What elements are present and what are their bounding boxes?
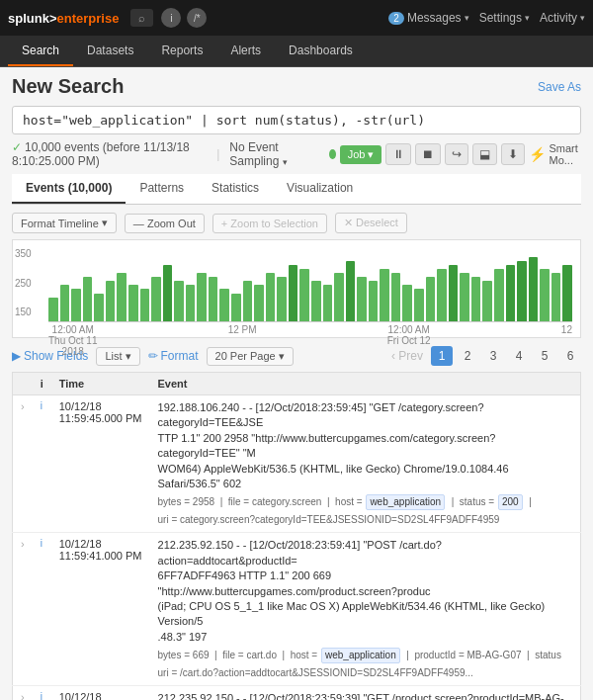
second-navigation: Search Datasets Reports Alerts Dashboard… <box>0 36 593 67</box>
chart-bar <box>391 273 401 321</box>
chart-bar <box>243 281 253 321</box>
share-button[interactable]: ↪ <box>445 143 468 165</box>
nav-tab-search[interactable]: Search <box>8 36 73 66</box>
stop-button[interactable]: ⏹ <box>415 143 441 165</box>
result-tabs: Events (10,000) Patterns Statistics Visu… <box>12 174 581 205</box>
deselect-button[interactable]: ✕ Deselect <box>335 213 407 233</box>
activity-menu[interactable]: Activity ▾ <box>540 11 585 25</box>
chart-bar <box>174 281 184 321</box>
row-expand[interactable]: › <box>13 395 33 533</box>
chart-bar <box>277 277 287 321</box>
table-row: › i 10/12/1811:59:39.000 PM 212.235.92.1… <box>13 686 581 700</box>
zoom-selection-button[interactable]: + Zoom to Selection <box>212 214 327 233</box>
chart-bars[interactable] <box>48 248 572 322</box>
zoom-out-button[interactable]: — Zoom Out <box>125 214 205 233</box>
col-event[interactable]: Event <box>150 373 581 395</box>
chart-bar <box>323 285 333 321</box>
nav-tab-datasets[interactable]: Datasets <box>73 36 147 66</box>
chart-bar <box>551 273 561 321</box>
x-axis-labels: 12:00 AMThu Oct 112018 12 PM 12:00 AMFri… <box>48 322 572 357</box>
chart-bar <box>299 269 309 321</box>
chart-bar <box>517 261 527 321</box>
chart-bar <box>346 261 356 321</box>
page-header: New Search Save As <box>12 75 581 98</box>
chart-bar <box>402 285 412 321</box>
chart-bar <box>506 265 516 321</box>
chart-bar <box>163 265 173 321</box>
chart-bar <box>529 257 539 321</box>
row-time: 10/12/1811:59:45.000 PM <box>51 395 150 533</box>
chart-bar <box>117 273 127 321</box>
bookmark-icon[interactable]: /* <box>187 8 207 28</box>
chart-bar <box>449 265 459 321</box>
pause-button[interactable]: ⏸ <box>385 143 411 165</box>
chart-bar <box>289 265 298 321</box>
save-button[interactable]: ⬇ <box>501 143 525 165</box>
row-event: 192.188.106.240 - - [12/Oct/2018:23:59:4… <box>150 395 581 533</box>
chart-bar <box>494 269 504 321</box>
top-navigation: splunk>enterprise ⌕ i /* 2 Messages ▾ Se… <box>0 0 593 36</box>
col-expand <box>13 373 33 395</box>
tab-events[interactable]: Events (10,000) <box>12 174 126 204</box>
chart-bar <box>562 265 572 321</box>
chart-bar <box>414 289 424 321</box>
chart-bar <box>426 277 436 321</box>
chart-bar <box>106 281 116 321</box>
chart-bar <box>460 273 469 321</box>
row-expand[interactable]: › <box>13 533 33 686</box>
search-icon-nav[interactable]: ⌕ <box>130 9 153 27</box>
export-button[interactable]: ⬓ <box>472 143 497 165</box>
timeline-chart: 350 250 150 12:00 AMThu Oct 112018 12 PM… <box>12 239 581 338</box>
save-as-button[interactable]: Save As <box>538 80 581 94</box>
page-title: New Search <box>12 75 124 98</box>
info-icon[interactable]: i <box>161 8 181 28</box>
chart-bar <box>380 269 389 321</box>
table-row: › i 10/12/1811:59:41.000 PM 212.235.92.1… <box>13 533 581 686</box>
chart-bar <box>231 294 241 321</box>
row-info: i <box>33 533 51 686</box>
chart-bar <box>48 298 58 321</box>
chart-bar <box>482 281 492 321</box>
col-info: i <box>33 373 51 395</box>
row-expand[interactable]: › <box>13 686 33 700</box>
job-button[interactable]: Job ▾ <box>340 145 382 164</box>
host-tag: web_application <box>321 648 400 663</box>
status-tag: 200 <box>498 494 523 510</box>
chart-bar <box>266 273 276 321</box>
tab-visualization[interactable]: Visualization <box>273 174 367 204</box>
tab-patterns[interactable]: Patterns <box>126 174 198 204</box>
chart-bar <box>60 285 70 321</box>
chart-bar <box>540 269 550 321</box>
chart-bar <box>334 273 344 321</box>
tab-statistics[interactable]: Statistics <box>198 174 273 204</box>
chart-bar <box>151 277 161 321</box>
timeline-controls: Format Timeline ▾ — Zoom Out + Zoom to S… <box>12 213 581 233</box>
chart-bar <box>254 285 264 321</box>
chart-bar <box>437 269 447 321</box>
chart-bar <box>71 289 81 321</box>
results-table: i Time Event › i 10/12/1811:59:45.000 PM… <box>12 372 581 700</box>
sampling-dropdown[interactable]: No Event Sampling ▾ <box>229 140 309 168</box>
chart-bar <box>209 277 218 321</box>
nav-tab-alerts[interactable]: Alerts <box>216 36 275 66</box>
events-count: 10,000 events (before 11/13/18 8:10:25.0… <box>12 140 190 168</box>
row-time: 10/12/1811:59:39.000 PM <box>51 686 150 700</box>
check-icon: ✓ <box>12 140 22 154</box>
row-info: i <box>33 686 51 700</box>
messages-menu[interactable]: 2 Messages ▾ <box>388 11 468 25</box>
row-event: 212.235.92.150 - - [12/Oct/2018:23:59:41… <box>150 533 581 686</box>
job-status-indicator <box>329 149 336 159</box>
settings-menu[interactable]: Settings ▾ <box>479 11 530 25</box>
main-content: New Search Save As host="web_application… <box>0 67 593 700</box>
chart-bar <box>186 285 196 321</box>
chart-bar <box>128 285 138 321</box>
search-input[interactable]: host="web_application" | sort num(status… <box>12 106 581 134</box>
col-time[interactable]: Time <box>51 373 150 395</box>
smart-mode: ⚡ Smart Mo... <box>529 142 581 166</box>
chart-bar <box>357 277 367 321</box>
chart-bar <box>94 294 104 321</box>
nav-tab-reports[interactable]: Reports <box>147 36 216 66</box>
status-bar: ✓10,000 events (before 11/13/18 8:10:25.… <box>12 140 581 168</box>
nav-tab-dashboards[interactable]: Dashboards <box>275 36 367 66</box>
format-timeline-button[interactable]: Format Timeline ▾ <box>12 213 117 233</box>
